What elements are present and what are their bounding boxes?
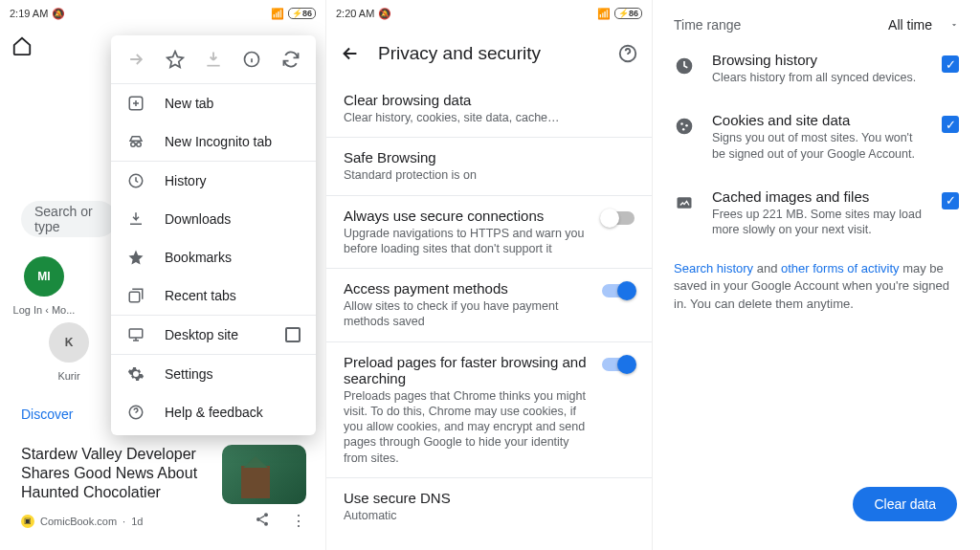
help-icon[interactable] [617,43,638,64]
site-icon: MI [24,256,64,297]
search-input[interactable]: Search or type [21,201,117,237]
svg-point-16 [682,128,685,131]
cookie-icon [674,116,695,137]
dnd-icon: 🔕 [52,8,65,20]
home-icon[interactable] [11,35,33,56]
svg-point-5 [131,143,136,147]
help-icon [126,404,145,421]
star-icon[interactable] [160,44,190,75]
svg-point-15 [685,124,688,127]
svg-rect-8 [129,292,140,302]
site-item[interactable]: K Kurir [34,322,103,382]
download-icon [198,44,229,75]
clear-cache[interactable]: Cached images and files Frees up 221 MB.… [653,175,980,252]
battery-badge: ⚡86 [614,8,642,19]
article-title: Stardew Valley Developer Shares Good New… [21,445,211,504]
article-card[interactable]: Stardew Valley Developer Shares Good New… [21,445,306,530]
menu-new-tab[interactable]: New tab [111,84,316,122]
desktop-checkbox[interactable] [285,327,301,342]
svg-point-14 [680,123,683,126]
download-list-icon [126,210,145,228]
clear-cookies[interactable]: Cookies and site data Signs you out of m… [653,99,980,175]
signal-icon: 📶 [271,8,284,20]
share-icon[interactable] [255,512,270,530]
image-icon [674,192,695,213]
time-range-selector[interactable]: Time range All time [653,0,980,38]
overflow-menu: New tab New Incognito tab History Downlo… [111,35,316,435]
page-title: Privacy and security [378,43,541,64]
gear-icon [126,365,145,383]
toggle-payment[interactable] [602,284,635,297]
clear-browsing-history[interactable]: Browsing history Clears history from all… [653,38,980,99]
toggle-secure-connections[interactable] [602,211,635,225]
toggle-preload[interactable] [602,358,635,371]
svg-point-2 [264,522,268,526]
status-bar: 2:20 AM 🔕 📶 ⚡86 [326,0,652,23]
svg-rect-9 [129,329,143,338]
more-icon[interactable]: ⋮ [291,512,306,530]
svg-rect-17 [678,197,692,209]
setting-clear-data[interactable]: Clear browsing data Clear history, cooki… [326,80,652,137]
checkbox-cache[interactable]: ✓ [942,192,959,209]
back-icon[interactable] [340,43,361,64]
menu-desktop-site[interactable]: Desktop site [111,316,316,354]
setting-safe-browsing[interactable]: Safe Browsing Standard protection is on [326,138,652,194]
menu-help[interactable]: Help & feedback [111,393,316,431]
clock-icon [674,55,695,77]
tabs-icon [126,287,145,304]
svg-point-0 [264,513,268,517]
svg-point-1 [256,517,260,521]
setting-dns[interactable]: Use secure DNS Automatic [326,478,652,535]
checkbox-cookies[interactable]: ✓ [942,116,959,133]
plus-square-icon [126,95,145,112]
star-filled-icon [126,249,145,266]
discover-heading[interactable]: Discover [21,407,73,422]
menu-incognito[interactable]: New Incognito tab [111,122,316,161]
setting-payment[interactable]: Access payment methods Allow sites to ch… [326,269,652,341]
quick-sites: MI Log In ‹ Mo... [10,256,78,316]
link-other-activity[interactable]: other forms of activity [781,261,900,275]
svg-point-13 [677,119,693,135]
menu-history[interactable]: History [111,162,316,200]
chevron-down-icon [949,20,959,30]
site-item[interactable]: MI Log In ‹ Mo... [10,256,78,316]
forward-icon [121,44,151,75]
link-search-history[interactable]: Search history [674,261,753,275]
refresh-icon[interactable] [276,44,306,75]
battery-badge: ⚡86 [288,8,316,19]
settings-header: Privacy and security [326,27,652,80]
monitor-icon [126,326,145,343]
article-thumbnail [222,445,306,504]
menu-recent-tabs[interactable]: Recent tabs [111,276,316,315]
article-source: ▣ ComicBook.com · 1d [21,515,143,528]
setting-preload[interactable]: Preload pages for faster browsing and se… [326,342,652,477]
status-bar: 2:19 AM 🔕 📶 ⚡86 [0,0,325,23]
menu-settings[interactable]: Settings [111,355,316,393]
site-icon: K [49,322,89,363]
clear-data-button[interactable]: Clear data [853,487,957,521]
menu-downloads[interactable]: Downloads [111,200,316,238]
signal-icon: 📶 [597,8,611,20]
clock: 2:20 AM [336,8,374,19]
history-icon [126,172,145,189]
menu-bookmarks[interactable]: Bookmarks [111,238,316,276]
info-text: Search history and other forms of activi… [653,251,980,322]
info-icon[interactable] [236,44,267,75]
setting-secure-connections[interactable]: Always use secure connections Upgrade na… [326,196,652,269]
dnd-icon: 🔕 [378,8,391,20]
checkbox-history[interactable]: ✓ [942,55,959,73]
clock: 2:19 AM [10,8,48,19]
svg-point-6 [137,143,142,147]
incognito-icon [126,133,145,150]
